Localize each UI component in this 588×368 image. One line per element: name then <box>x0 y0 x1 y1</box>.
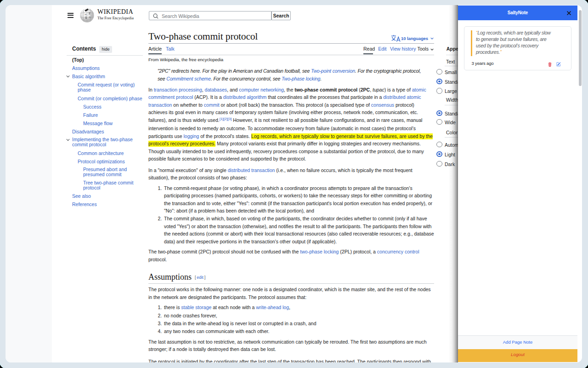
svg-text:N: N <box>89 16 90 18</box>
svg-text:W: W <box>85 13 87 16</box>
